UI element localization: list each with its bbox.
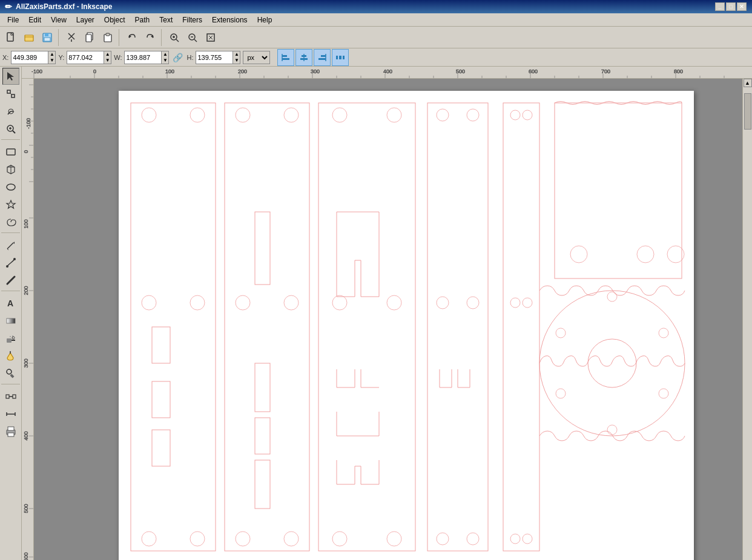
w-input[interactable] (125, 51, 161, 64)
svg-point-168 (467, 109, 479, 121)
maximize-button[interactable]: □ (726, 2, 736, 11)
h-spin-down[interactable]: ▼ (233, 58, 240, 64)
svg-point-167 (437, 109, 449, 121)
y-spin-up[interactable]: ▲ (104, 51, 111, 58)
select-tool-button[interactable] (2, 68, 19, 85)
svg-point-170 (467, 297, 479, 309)
menu-view[interactable]: View (46, 15, 71, 25)
svg-point-169 (437, 297, 449, 309)
tool-separator-2 (1, 232, 20, 235)
spray-tool-button[interactable] (2, 330, 19, 347)
zoom-out-button[interactable] (184, 29, 201, 46)
h-spin[interactable]: ▲ ▼ (233, 51, 240, 64)
lock-aspect-icon[interactable]: 🔗 (171, 53, 184, 62)
x-spin[interactable]: ▲ ▼ (48, 51, 55, 64)
w-spin[interactable]: ▲ ▼ (161, 51, 168, 64)
svg-rect-1 (25, 35, 33, 41)
svg-rect-28 (321, 55, 326, 57)
zoom-in-button[interactable] (166, 29, 183, 46)
x-input[interactable] (12, 51, 48, 64)
align-distribute-button[interactable] (332, 49, 349, 66)
ellipse-tool-button[interactable] (2, 179, 19, 196)
svg-point-177 (523, 298, 532, 308)
align-left-button[interactable] (277, 49, 294, 66)
svg-rect-9 (86, 35, 91, 42)
x-input-wrap[interactable]: ▲ ▼ (11, 51, 56, 64)
svg-rect-156 (255, 363, 270, 412)
pencil-tool-button[interactable] (2, 237, 19, 254)
print-tool-button[interactable] (2, 423, 19, 440)
redo-button[interactable] (142, 29, 159, 46)
window-title: AllZaxisParts.dxf - Inkscape (16, 2, 112, 11)
h-label: H: (186, 54, 193, 61)
svg-rect-155 (255, 212, 270, 285)
calligraphy-tool-button[interactable] (2, 272, 19, 289)
pen-tool-button[interactable] (2, 254, 19, 271)
y-input[interactable] (67, 51, 104, 64)
w-spin-down[interactable]: ▼ (161, 58, 168, 64)
paste-button[interactable] (99, 29, 116, 46)
menu-edit[interactable]: Edit (24, 15, 46, 25)
svg-rect-3 (45, 33, 48, 36)
x-spin-down[interactable]: ▼ (48, 58, 55, 64)
main-area: A (0, 67, 752, 560)
node-tool-button[interactable] (2, 85, 19, 102)
menu-path[interactable]: Path (130, 15, 155, 25)
align-right-button[interactable] (314, 49, 331, 66)
eyedropper-button[interactable] (2, 365, 19, 382)
scroll-thumb-v[interactable] (744, 93, 751, 130)
svg-point-152 (284, 295, 298, 310)
toolbox: A (0, 67, 22, 560)
svg-rect-159 (318, 103, 415, 551)
menu-extensions[interactable]: Extensions (207, 15, 252, 25)
zoom-tool-button[interactable] (2, 120, 19, 137)
connector-tool-button[interactable] (2, 388, 19, 405)
undo-button[interactable] (124, 29, 140, 46)
3dbox-tool-button[interactable] (2, 161, 19, 178)
zoom-fit-button[interactable] (202, 29, 219, 46)
paint-bucket-button[interactable] (2, 348, 19, 364)
menu-layer[interactable]: Layer (71, 15, 99, 25)
tweak-tool-button[interactable] (2, 103, 19, 120)
menu-object[interactable]: Object (99, 15, 130, 25)
drawing-canvas[interactable]: .part-stroke { stroke: #f0a0a0; stroke-w… (34, 79, 742, 560)
cut-button[interactable] (63, 29, 80, 46)
spiral-tool-button[interactable] (2, 214, 19, 231)
y-input-wrap[interactable]: ▲ ▼ (67, 51, 111, 64)
copy-button[interactable] (81, 29, 98, 46)
w-spin-up[interactable]: ▲ (161, 51, 168, 58)
h-input-wrap[interactable]: ▲ ▼ (196, 51, 240, 64)
menu-help[interactable]: Help (252, 15, 277, 25)
svg-point-52 (6, 265, 8, 268)
save-button[interactable] (39, 29, 56, 46)
minimize-button[interactable]: _ (715, 2, 725, 11)
rect-tool-button[interactable] (2, 143, 19, 160)
x-spin-up[interactable]: ▲ (48, 51, 55, 58)
h-spin-up[interactable]: ▲ (233, 51, 240, 58)
ruler-vertical: -100 0 100 200 300 400 5 (22, 79, 34, 560)
vertical-scrollbar[interactable]: ▲ ▼ (742, 79, 752, 560)
drawing-content: .part-stroke { stroke: #f0a0a0; stroke-w… (119, 91, 694, 560)
unit-select[interactable]: px mm cm in pt (243, 51, 270, 64)
menu-file[interactable]: File (2, 15, 24, 25)
scroll-up-button[interactable]: ▲ (744, 79, 752, 87)
svg-rect-138 (131, 103, 216, 551)
menu-text[interactable]: Text (154, 15, 177, 25)
menu-filters[interactable]: Filters (177, 15, 207, 25)
svg-text:A: A (7, 298, 13, 308)
svg-point-187 (607, 292, 617, 301)
new-button[interactable] (2, 29, 19, 46)
star-tool-button[interactable] (2, 196, 19, 213)
align-center-button[interactable] (295, 49, 312, 66)
gradient-tool-button[interactable] (2, 312, 19, 329)
text-tool-button[interactable]: A (2, 295, 19, 312)
open-button[interactable] (21, 29, 38, 46)
measure-tool-button[interactable] (2, 406, 19, 423)
x-label: X: (2, 54, 8, 61)
close-button[interactable]: ✕ (737, 2, 747, 11)
svg-point-184 (539, 291, 685, 436)
w-input-wrap[interactable]: ▲ ▼ (124, 51, 169, 64)
y-spin[interactable]: ▲ ▼ (104, 51, 111, 64)
h-input[interactable] (196, 51, 233, 64)
y-spin-down[interactable]: ▼ (104, 58, 111, 64)
